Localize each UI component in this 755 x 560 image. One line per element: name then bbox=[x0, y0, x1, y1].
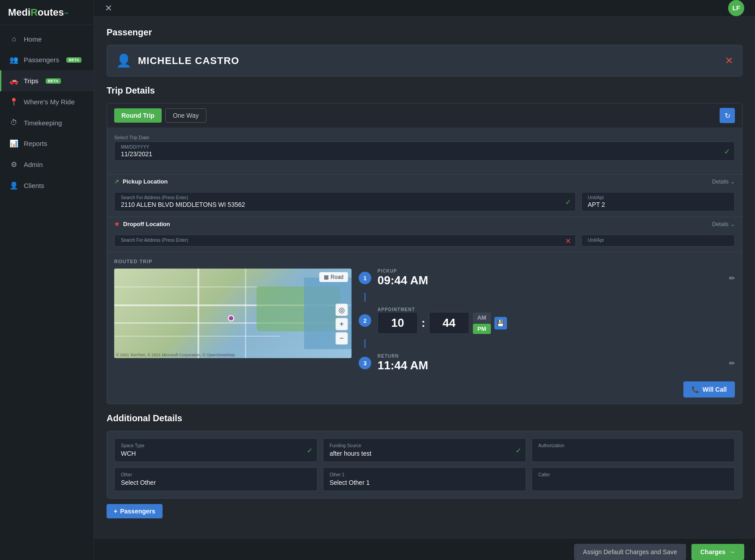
dropoff-unit-wrap: Unit/Apt bbox=[581, 235, 735, 247]
funding-source-field[interactable]: Funding Source after hours test ✓ bbox=[323, 438, 526, 462]
one-way-button[interactable]: One Way bbox=[165, 108, 206, 123]
map-locate-button[interactable]: ◎ bbox=[335, 304, 348, 316]
reports-icon: 📊 bbox=[9, 139, 18, 148]
pickup-details-link[interactable]: Details ⌄ bbox=[712, 179, 735, 185]
appointment-hour-input[interactable] bbox=[378, 312, 418, 334]
space-type-field[interactable]: Space Type WCH ✓ bbox=[114, 438, 317, 462]
return-edit-icon[interactable]: ✏ bbox=[729, 359, 735, 368]
pickup-timing-label: PICKUP bbox=[378, 269, 723, 274]
main-content: ✕ LF Passenger 👤 MICHELLE CASTRO ✕ Trip … bbox=[94, 0, 755, 560]
map-marker bbox=[228, 315, 234, 321]
map-road-label: Road bbox=[330, 274, 343, 280]
appointment-minute-input[interactable] bbox=[429, 312, 469, 334]
pickup-timing-row: 1 PICKUP 09:44 AM ✏ bbox=[359, 269, 735, 287]
sidebar-item-home[interactable]: ⌂ Home bbox=[0, 29, 94, 49]
date-check-icon: ✓ bbox=[724, 147, 730, 155]
pickup-unit-value[interactable]: APT 2 bbox=[588, 201, 729, 208]
caller-field[interactable]: Caller bbox=[532, 467, 735, 491]
pickup-edit-icon[interactable]: ✏ bbox=[729, 274, 735, 282]
save-icon: 💾 bbox=[497, 320, 504, 327]
other-field[interactable]: Other Select Other bbox=[114, 467, 317, 491]
sidebar-item-clients[interactable]: 👤 Clients bbox=[0, 175, 94, 196]
sidebar-item-timekeeping-label: Timekeeping bbox=[24, 119, 62, 127]
date-value[interactable]: 11/23/2021 bbox=[121, 150, 728, 158]
return-timing-row: 3 RETURN 11:44 AM ✏ bbox=[359, 354, 735, 372]
space-type-value: WCH bbox=[121, 450, 311, 457]
dropoff-details-label: Details bbox=[712, 221, 729, 227]
timekeeping-icon: ⏱ bbox=[9, 119, 18, 127]
funding-source-check-icon: ✓ bbox=[515, 446, 521, 454]
trip-body: Select Trip Date MM/DD/YYYY 11/23/2021 ✓ bbox=[107, 128, 742, 174]
map-zoom-in-button[interactable]: + bbox=[335, 318, 348, 330]
charges-arrow-icon: → bbox=[729, 548, 735, 556]
clients-icon: 👤 bbox=[9, 181, 18, 190]
charges-button[interactable]: Charges → bbox=[691, 544, 744, 560]
sidebar-item-trips-label: Trips bbox=[24, 77, 39, 85]
pickup-location-label: ↗ Pickup Location bbox=[114, 178, 167, 185]
logo-text: MediRoutes™ bbox=[8, 7, 69, 18]
date-placeholder-label: MM/DD/YYYY bbox=[121, 145, 728, 150]
road-icon: ▦ bbox=[324, 274, 329, 280]
return-timing-info: RETURN 11:44 AM bbox=[378, 354, 723, 372]
logo: MediRoutes™ bbox=[0, 0, 94, 25]
sidebar-item-wheres-my-ride[interactable]: 📍 Where's My Ride bbox=[0, 91, 94, 112]
dropoff-clear-icon[interactable]: ✕ bbox=[565, 236, 571, 245]
sidebar-item-timekeeping[interactable]: ⏱ Timekeeping bbox=[0, 112, 94, 133]
close-button[interactable]: ✕ bbox=[105, 3, 112, 13]
am-button[interactable]: AM bbox=[473, 312, 491, 323]
authorization-field[interactable]: Authorization bbox=[532, 438, 735, 462]
pickup-details-label: Details bbox=[712, 179, 729, 185]
trip-type-buttons: Round Trip One Way bbox=[114, 108, 206, 123]
other-1-field[interactable]: Other 1 Select Other 1 bbox=[323, 467, 526, 491]
sidebar-item-reports[interactable]: 📊 Reports bbox=[0, 133, 94, 154]
phone-icon: 📞 bbox=[691, 386, 699, 393]
routed-section: ROUTED TRIP bbox=[107, 252, 742, 404]
refresh-icon: ↻ bbox=[725, 111, 730, 120]
appointment-timing-row: 2 APPOINTMENT : AM PM bbox=[359, 307, 735, 334]
close-passenger-button[interactable]: ✕ bbox=[725, 55, 733, 67]
page-title: Passenger bbox=[107, 27, 742, 38]
dropoff-details-link[interactable]: Details ⌄ bbox=[712, 221, 735, 227]
sidebar-item-clients-label: Clients bbox=[24, 182, 44, 189]
passengers-icon: 👥 bbox=[9, 56, 18, 64]
timing-panel: 1 PICKUP 09:44 AM ✏ 2 APP bbox=[359, 269, 735, 398]
pickup-time: 09:44 AM bbox=[378, 274, 723, 287]
assign-default-charges-button[interactable]: Assign Default Charges and Save bbox=[574, 544, 686, 560]
pickup-address-value[interactable]: 2110 ALLEN BLVD MIDDLETONS WI 53562 bbox=[121, 201, 558, 208]
pickup-input-area: Search For Address (Press Enter) 2110 AL… bbox=[107, 188, 742, 217]
trip-date-label: Select Trip Date bbox=[114, 135, 735, 140]
person-icon: 👤 bbox=[116, 53, 132, 68]
home-icon: ⌂ bbox=[9, 35, 18, 43]
pickup-check-icon: ✓ bbox=[565, 197, 571, 206]
sidebar-item-passengers[interactable]: 👥 Passengers BETA bbox=[0, 49, 94, 70]
am-pm-group: AM PM bbox=[473, 312, 491, 334]
refresh-button[interactable]: ↻ bbox=[720, 108, 735, 123]
sidebar-item-trips[interactable]: 🚗 Trips BETA bbox=[0, 70, 94, 91]
content-area: Passenger 👤 MICHELLE CASTRO ✕ Trip Detai… bbox=[94, 17, 755, 538]
trip-type-header: Round Trip One Way ↻ bbox=[107, 103, 742, 128]
appointment-timing-info: APPOINTMENT : AM PM bbox=[378, 307, 735, 334]
map-road-button[interactable]: ▦ Road bbox=[319, 272, 348, 282]
other-label: Other bbox=[121, 472, 311, 477]
user-avatar: LF bbox=[728, 0, 744, 16]
sidebar-item-admin[interactable]: ⚙ Admin bbox=[0, 154, 94, 175]
appointment-circle: 2 bbox=[359, 314, 371, 327]
trips-badge: BETA bbox=[46, 78, 61, 84]
appointment-connector bbox=[365, 339, 365, 348]
will-call-button[interactable]: 📞 Will Call bbox=[683, 381, 735, 398]
save-appointment-button[interactable]: 💾 bbox=[494, 317, 507, 329]
sidebar-item-passengers-label: Passengers bbox=[24, 56, 59, 64]
sidebar-item-wheres-my-ride-label: Where's My Ride bbox=[24, 98, 75, 106]
pickup-details-chevron-icon: ⌄ bbox=[730, 179, 735, 185]
map-timing-row: ▦ Road ◎ + − © 2021 TomTom, © 2021 Micro… bbox=[114, 269, 735, 398]
passenger-info: 👤 MICHELLE CASTRO bbox=[116, 53, 239, 68]
map-zoom-out-button[interactable]: − bbox=[335, 332, 348, 345]
pickup-unit-wrap: Unit/Apt APT 2 bbox=[581, 192, 735, 211]
pm-button[interactable]: PM bbox=[473, 324, 491, 334]
pickup-connector bbox=[365, 293, 365, 302]
round-trip-button[interactable]: Round Trip bbox=[114, 108, 162, 123]
dropoff-details-chevron-icon: ⌄ bbox=[730, 221, 735, 227]
space-type-label: Space Type bbox=[121, 443, 311, 448]
add-passengers-button[interactable]: + Passengers bbox=[107, 504, 163, 518]
space-type-check-icon: ✓ bbox=[307, 446, 313, 454]
